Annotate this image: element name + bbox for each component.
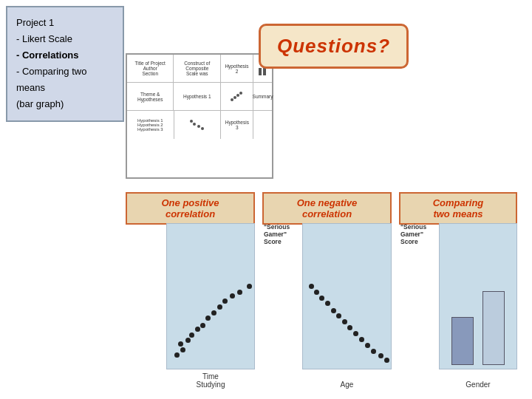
chart-comparing-means: Comparingtwo means "Serious Gamer"Score …	[399, 192, 517, 392]
chart2-label: One negativecorrelation	[262, 192, 392, 225]
dot	[342, 319, 347, 324]
dot	[174, 352, 180, 358]
slide-cell8: Hypothesis 3	[221, 111, 253, 139]
chart-negative-correlation: One negativecorrelation "Serious Gamer"S…	[262, 192, 392, 392]
dot	[353, 331, 358, 336]
sidebar-line5: (bar graph)	[16, 96, 114, 112]
slide-cell1: Title of ProjectAuthorSection	[127, 55, 174, 82]
dot	[178, 341, 183, 347]
slide-cell7: Hypothesis 1Hypothesis 2Hypothesis 3	[127, 111, 174, 139]
chart1-label: One positivecorrelation	[126, 192, 255, 225]
dot	[205, 316, 211, 321]
slide-cell9	[253, 111, 272, 139]
chart1-area	[166, 223, 255, 369]
chart3-label: Comparingtwo means	[399, 192, 517, 225]
dot	[230, 293, 235, 299]
dot	[371, 349, 376, 354]
slide-cell2: Construct ofCompositeScale was	[174, 55, 220, 82]
sidebar-line2: - Likert Scale	[16, 31, 114, 47]
dot	[314, 290, 319, 295]
svg-point-7	[201, 127, 204, 130]
chart-positive-correlation: One positivecorrelation "Serious Gamer"S…	[126, 192, 255, 392]
dot	[222, 299, 228, 304]
svg-point-4	[190, 120, 193, 123]
sidebar-line4: - Comparing two means	[16, 64, 114, 96]
dot	[309, 284, 314, 289]
slide-cell4: Theme &Hypotheses	[127, 83, 174, 110]
chart1-x-label: TimeStudying	[166, 372, 255, 389]
slide-cell3: Hypothesis 2	[221, 55, 253, 82]
dot	[185, 338, 191, 343]
slide-cell5: Hypothesis 1	[174, 83, 220, 110]
svg-point-1	[233, 96, 236, 99]
scatter-svg1	[228, 90, 245, 103]
svg-point-2	[236, 94, 239, 97]
scatter-svg2	[189, 118, 205, 132]
chart3-x-label: Gender	[439, 381, 517, 389]
dot	[378, 353, 383, 358]
dot	[200, 323, 205, 328]
dot	[180, 347, 185, 352]
sidebar-line3: - Correlations	[16, 47, 114, 64]
dot	[347, 325, 352, 330]
dot	[247, 284, 252, 289]
sidebar-panel: Project 1 - Likert Scale - Correlations …	[6, 6, 124, 122]
svg-point-3	[239, 92, 242, 95]
questions-text: Questions?	[277, 35, 390, 57]
dot	[365, 343, 370, 348]
dot	[189, 332, 194, 338]
dot	[211, 310, 216, 316]
charts-section: One positivecorrelation "Serious Gamer"S…	[126, 192, 525, 392]
dot	[359, 337, 364, 342]
slide-thumbnail: Title of ProjectAuthorSection Construct …	[126, 53, 273, 179]
sidebar-line1: Project 1	[16, 15, 114, 31]
dot	[319, 296, 324, 301]
chart2-y-label: "Serious Gamer"Score	[264, 223, 302, 245]
dot	[336, 313, 341, 318]
slide-scatter1	[221, 83, 253, 110]
chart3-y-label: "Serious Gamer"Score	[400, 223, 439, 245]
slide-cell6: Summary	[253, 83, 272, 110]
chart3-area	[439, 223, 517, 369]
dot	[384, 358, 389, 363]
dot	[195, 327, 200, 332]
svg-point-6	[197, 125, 200, 128]
slide-scatter2	[174, 111, 222, 139]
dot	[217, 304, 222, 310]
questions-bubble: Questions?	[259, 24, 409, 69]
svg-point-0	[231, 98, 233, 101]
dot	[237, 290, 242, 295]
bar2	[482, 291, 505, 365]
chart2-x-label: Age	[302, 381, 392, 389]
dot	[331, 308, 336, 313]
dot	[325, 301, 330, 306]
chart2-area	[302, 223, 392, 369]
svg-point-5	[193, 123, 196, 126]
bar1	[451, 317, 474, 365]
